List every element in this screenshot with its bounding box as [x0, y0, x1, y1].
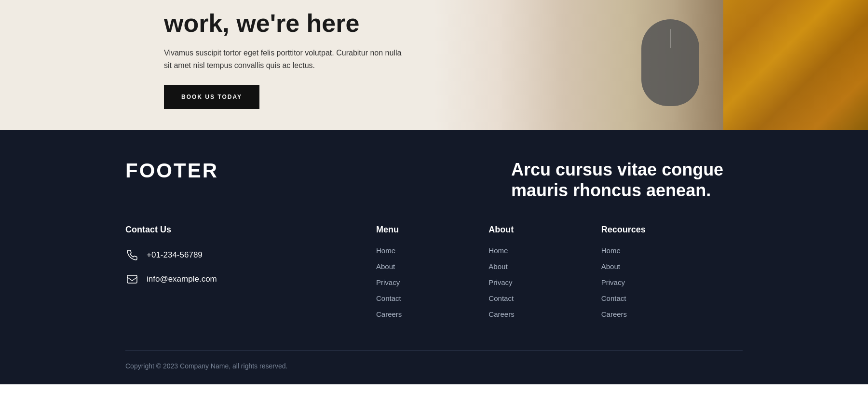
footer-divider: [125, 350, 743, 351]
footer-nav-link-resources-about[interactable]: About: [601, 262, 646, 271]
footer-nav-columns: MenuHomeAboutPrivacyContactCareersAboutH…: [376, 225, 743, 326]
email-svg: [126, 273, 138, 285]
footer-nav-link-menu-careers[interactable]: Careers: [376, 310, 402, 318]
footer-contact: Contact Us +01-234-56789 info@example.co…: [125, 225, 376, 326]
footer-nav-link-resources-privacy[interactable]: Privacy: [601, 278, 646, 286]
footer-nav-col-about: AboutHomeAboutPrivacyContactCareers: [488, 225, 514, 326]
hero-image: [434, 0, 868, 130]
phone-svg: [126, 249, 138, 261]
mouse-graphic: [641, 19, 699, 106]
footer-nav-link-menu-about[interactable]: About: [376, 262, 402, 271]
phone-number: +01-234-56789: [147, 250, 203, 260]
wood-texture: [723, 0, 868, 130]
email-address: info@example.com: [147, 274, 217, 284]
hero-section: work, we're here Vivamus suscipit tortor…: [0, 0, 868, 130]
footer-nav-col-title-resources: Recources: [601, 225, 646, 235]
hero-bg: [434, 0, 868, 130]
footer-nav-col-resources: RecourcesHomeAboutPrivacyContactCareers: [601, 225, 646, 326]
footer-nav-link-resources-contact[interactable]: Contact: [601, 294, 646, 302]
footer-nav-link-about-careers[interactable]: Careers: [488, 310, 514, 318]
hero-description: Vivamus suscipit tortor eget felis portt…: [164, 47, 405, 71]
email-item: info@example.com: [125, 272, 376, 286]
footer-nav-col-title-about: About: [488, 225, 514, 235]
footer-nav-link-menu-home[interactable]: Home: [376, 246, 402, 255]
hero-title: work, we're here: [164, 10, 405, 37]
footer-tagline: Arcu cursus vitae congue mauris rhoncus …: [511, 159, 743, 201]
footer-nav-col-title-menu: Menu: [376, 225, 402, 235]
footer-nav-link-resources-careers[interactable]: Careers: [601, 310, 646, 318]
svg-rect-0: [127, 275, 137, 283]
footer-main: Contact Us +01-234-56789 info@example.co…: [125, 225, 743, 326]
footer-nav-col-menu: MenuHomeAboutPrivacyContactCareers: [376, 225, 402, 326]
contact-title: Contact Us: [125, 225, 376, 235]
footer-brand: FOOTER: [125, 159, 218, 182]
email-icon: [125, 272, 139, 286]
footer-nav-link-about-contact[interactable]: Contact: [488, 294, 514, 302]
footer-nav-link-about-about[interactable]: About: [488, 262, 514, 271]
footer: FOOTER Arcu cursus vitae congue mauris r…: [0, 130, 868, 384]
footer-nav-link-menu-privacy[interactable]: Privacy: [376, 278, 402, 286]
footer-copyright: Copyright © 2023 Company Name, all right…: [125, 362, 743, 384]
footer-top: FOOTER Arcu cursus vitae congue mauris r…: [125, 159, 743, 201]
phone-item: +01-234-56789: [125, 248, 376, 262]
footer-nav-link-about-home[interactable]: Home: [488, 246, 514, 255]
hero-content: work, we're here Vivamus suscipit tortor…: [164, 10, 405, 109]
footer-nav-link-about-privacy[interactable]: Privacy: [488, 278, 514, 286]
phone-icon: [125, 248, 139, 262]
footer-nav-link-menu-contact[interactable]: Contact: [376, 294, 402, 302]
footer-nav-link-resources-home[interactable]: Home: [601, 246, 646, 255]
book-us-today-button[interactable]: BOOK US TODAY: [164, 85, 259, 109]
